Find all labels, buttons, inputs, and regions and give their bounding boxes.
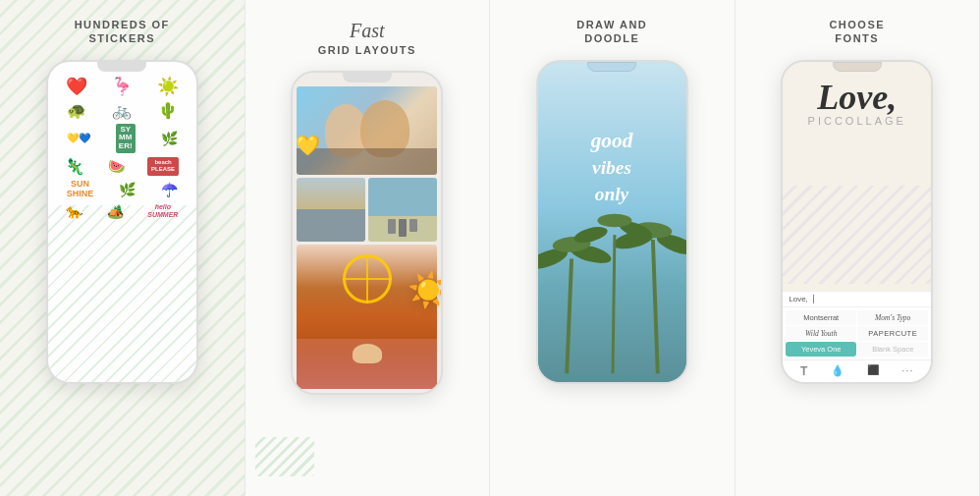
color-tool-icon[interactable]: 💧 — [831, 364, 844, 378]
phone-notch — [97, 62, 146, 72]
font-option-wild-youth[interactable]: Wild Youth — [786, 326, 856, 341]
panel-fonts: CHOOSE FONTS Love, PICCOLLAGE Love, — [735, 0, 981, 496]
svg-text:good: good — [590, 129, 633, 152]
font-option-moms-typo[interactable]: Mom's Typo — [857, 310, 928, 325]
phone-doodle: good vibes only — [536, 60, 688, 384]
font-selection-panel: Love, Montserrat Mom's Typo Wild Youth P… — [783, 291, 931, 382]
panel-grid: Fast GRID LAYOUTS — [245, 0, 491, 496]
panel-doodle: DRAW AND DOODLE — [490, 0, 735, 496]
font-option-montserrat[interactable]: Montserrat — [786, 310, 856, 325]
font-option-yeveva-one[interactable]: Yeveva One — [786, 342, 856, 357]
svg-line-0 — [567, 258, 572, 373]
bg-tool-icon[interactable]: ⬛ — [867, 364, 879, 378]
more-tool-icon[interactable]: ··· — [901, 364, 913, 378]
font-option-papercute[interactable]: PAPERCUTE — [857, 326, 928, 341]
text-tool-icon[interactable]: T — [800, 364, 807, 378]
svg-text:only: only — [595, 185, 629, 205]
svg-line-8 — [613, 235, 615, 373]
phone-stickers: ❤️ 🦩 ☀️ 🐢 🚲 🌵 💛💙 SYMMER! 🌿 — [46, 60, 198, 384]
font-preview-text2: PICCOLLAGE — [808, 115, 906, 127]
font-option-blank-space[interactable]: Blank Space — [857, 342, 928, 357]
font-preview-text1: Love, — [817, 80, 897, 115]
svg-text:vibes: vibes — [592, 158, 631, 179]
svg-line-4 — [653, 240, 658, 373]
panel-stickers: HUNDREDS OF STICKERS ❤️ 🦩 ☀️ 🐢 🚲 🌵 — [0, 0, 245, 496]
phone-grid: ☀️ 💛 — [291, 71, 443, 395]
font-toolbar: T 💧 ⬛ ··· — [783, 359, 931, 382]
phone-fonts: Love, PICCOLLAGE Love, Montserrat Mom's … — [781, 60, 933, 384]
